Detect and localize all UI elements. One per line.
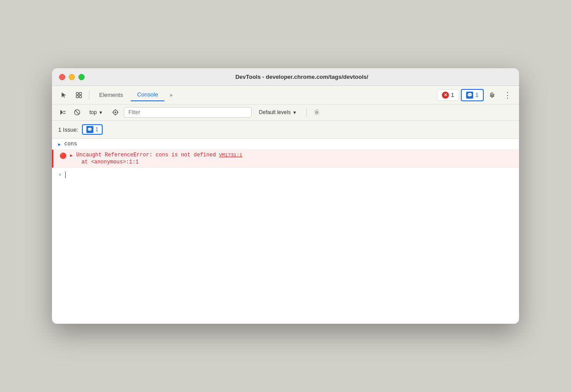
live-expressions-button[interactable] (110, 107, 121, 118)
error-expand-icon[interactable]: ▶ (70, 153, 73, 158)
close-button[interactable] (59, 74, 65, 80)
devtools-window: DevTools - developer.chrome.com/tags/dev… (52, 68, 519, 324)
inspect-button[interactable] (72, 89, 85, 101)
issue-badge-count: 1 (96, 126, 99, 133)
svg-rect-0 (76, 92, 78, 95)
svg-rect-5 (63, 111, 66, 112)
console-toolbar: top ▼ Default levels ▼ (52, 104, 519, 121)
error-line2: at <anonymous>:1:1 (76, 159, 513, 165)
tab-console[interactable]: Console (131, 89, 164, 101)
block-requests-button[interactable] (71, 107, 83, 118)
error-circle-icon: 🔴 (59, 152, 67, 159)
minimize-button[interactable] (69, 74, 75, 80)
toolbar-vertical-divider (306, 108, 307, 117)
prompt-caret-icon: › (58, 171, 62, 178)
issue-message-icon: 💬 (86, 126, 93, 133)
console-input-history-row: ▶ cons (52, 139, 519, 150)
issue-count-label: 1 Issue: (58, 126, 78, 133)
titlebar: DevTools - developer.chrome.com/tags/dev… (52, 68, 519, 86)
issue-badge-button[interactable]: 💬 1 (82, 124, 103, 135)
context-label: top (89, 109, 97, 115)
svg-rect-1 (79, 92, 82, 95)
main-toolbar: Elements Console » ✕ 1 💬 1 ⋮ (52, 86, 519, 104)
context-selector[interactable]: top ▼ (85, 107, 107, 117)
svg-line-8 (75, 111, 79, 115)
error-line1: Uncaught ReferenceError: cons is not def… (76, 152, 513, 158)
clear-console-button[interactable] (57, 107, 69, 118)
svg-rect-3 (79, 96, 82, 98)
errors-badge-button[interactable]: ✕ 1 (437, 89, 459, 101)
messages-badge-button[interactable]: 💬 1 (461, 89, 484, 101)
console-content: ▶ cons 🔴 ▶ Uncaught ReferenceError: cons… (52, 139, 519, 324)
more-options-button[interactable]: ⋮ (501, 89, 514, 101)
settings-button[interactable] (486, 89, 499, 101)
error-content: Uncaught ReferenceError: cons is not def… (76, 152, 513, 165)
levels-chevron-icon: ▼ (293, 110, 297, 115)
tab-elements[interactable]: Elements (93, 89, 129, 101)
cursor (65, 172, 66, 178)
maximize-button[interactable] (78, 74, 85, 80)
error-icon: ✕ (442, 92, 449, 99)
svg-rect-2 (76, 96, 78, 98)
error-source-link[interactable]: VM1731:1 (219, 152, 242, 158)
errors-count: 1 (451, 92, 454, 98)
issues-bar: 1 Issue: 💬 1 (52, 121, 519, 139)
svg-point-10 (115, 111, 116, 113)
levels-label: Default levels (259, 109, 291, 115)
default-levels-button[interactable]: Default levels ▼ (254, 107, 302, 118)
filter-input[interactable] (124, 107, 252, 118)
window-title: DevTools - developer.chrome.com/tags/dev… (92, 74, 512, 80)
traffic-lights (59, 74, 85, 80)
svg-marker-4 (60, 110, 63, 115)
messages-count: 1 (475, 92, 478, 98)
message-icon: 💬 (466, 92, 473, 99)
console-prompt-row[interactable]: › (52, 168, 519, 181)
console-input-value: cons (64, 141, 77, 147)
expand-icon[interactable]: ▶ (58, 142, 61, 147)
console-error-row: 🔴 ▶ Uncaught ReferenceError: cons is not… (52, 150, 519, 168)
chevron-down-icon: ▼ (99, 110, 103, 115)
console-settings-button[interactable] (311, 107, 323, 118)
cursor-tool-button[interactable] (57, 89, 70, 101)
toolbar-divider (89, 91, 89, 100)
svg-rect-6 (63, 113, 66, 114)
more-tabs-button[interactable]: » (166, 89, 176, 101)
